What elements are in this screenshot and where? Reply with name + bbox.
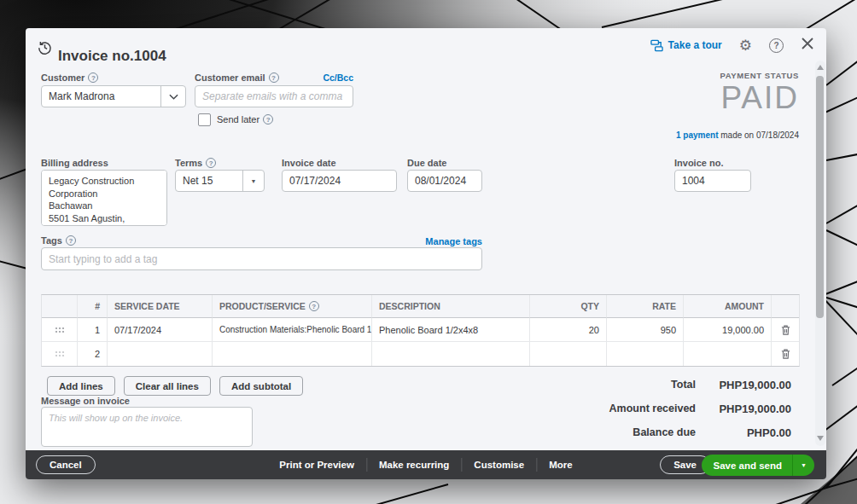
invoice-date-label: Invoice date [282,158,336,168]
customer-help-icon[interactable]: ? [88,72,98,83]
rate-cell[interactable]: 950 [607,318,684,342]
payment-status-label: PAYMENT STATUS [720,71,800,80]
qty-cell[interactable] [530,342,607,366]
save-and-send-button[interactable]: Save and send ▼ [702,455,814,476]
billing-address-label: Billing address [41,158,108,168]
make-recurring-button[interactable]: Make recurring [367,460,461,470]
amount-received-label: Amount received [535,403,696,414]
tags-input[interactable] [41,247,482,270]
amount-cell[interactable] [684,342,772,366]
more-button[interactable]: More [537,460,584,470]
terms-label: Terms? [175,158,216,168]
scrollbar-thumb[interactable] [816,76,824,318]
balance-due-value: PHP0.00 [696,426,791,439]
service-date-cell[interactable] [108,342,213,366]
help-icon[interactable]: ? [769,38,784,53]
tour-icon [650,39,663,52]
amount-cell[interactable]: 19,000.00 [684,318,772,342]
total-row: Total PHP19,000.00 [535,373,791,397]
take-a-tour-label: Take a tour [668,39,722,51]
message-on-invoice-input[interactable] [41,407,253,447]
amount-received-row: Amount received PHP19,000.00 [535,397,791,420]
due-date-input[interactable] [407,170,482,192]
gear-icon[interactable]: ⚙ [739,38,752,53]
terms-caret-icon[interactable]: ▼ [242,171,264,191]
customer-email-input[interactable] [195,85,353,107]
product-cell[interactable]: Construction Materials:Phenolic Board 1/… [213,318,372,342]
print-or-preview-button[interactable]: Print or Preview [267,460,366,470]
amount-received-value: PHP19,000.00 [696,403,791,415]
customer-select[interactable]: Mark Madrona [41,85,186,107]
description-cell[interactable] [372,342,530,366]
page-title: Invoice no.1004 [58,48,166,65]
invoice-no-input[interactable] [674,170,751,192]
scrollbar-down-arrow[interactable] [817,436,824,441]
clear-all-lines-button[interactable]: Clear all lines [124,376,211,396]
message-on-invoice-label: Message on invoice [41,396,130,406]
qty-cell[interactable]: 20 [530,318,607,342]
cancel-button[interactable]: Cancel [36,455,96,474]
service-date-cell[interactable]: 07/17/2024 [108,318,213,342]
cc-bcc-link[interactable]: Cc/Bcc [195,72,353,83]
line-items-table: # SERVICE DATE PRODUCT/SERVICE? DESCRIPT… [41,294,800,367]
rate-cell[interactable] [607,342,684,366]
total-label: Total [535,379,696,391]
line-actions: Add lines Clear all lines Add subtotal [47,376,303,396]
balance-due-label: Balance due [535,426,696,438]
close-icon[interactable] [801,37,814,54]
product-help-icon[interactable]: ? [309,301,319,311]
chevron-down-icon[interactable] [160,86,185,107]
balance-due-row: Balance due PHP0.00 [535,420,791,444]
recent-transactions-icon[interactable] [37,39,53,59]
description-cell[interactable]: Phenolic Board 1/2x4x8 [372,318,530,342]
terms-value: Net 15 [176,171,242,191]
payment-status: PAYMENT STATUS PAID [720,71,800,117]
customer-value: Mark Madrona [42,86,160,107]
col-header-description: DESCRIPTION [372,295,530,318]
row-drag-handle[interactable] [42,318,78,342]
row-number: 2 [78,342,108,366]
delete-row-icon[interactable] [772,342,799,366]
invoice-no-label: Invoice no. [674,158,723,168]
col-header-qty: QTY [530,295,607,318]
footer-bar: Cancel Print or Preview Make recurring C… [26,450,826,479]
col-header-service-date: SERVICE DATE [108,295,213,318]
totals: Total PHP19,000.00 Amount received PHP19… [535,373,791,444]
row-drag-handle[interactable] [42,342,78,366]
row-number: 1 [78,318,108,342]
payment-status-value: PAID [720,80,800,117]
screen: Invoice no.1004 Take a tour ⚙ ? Customer… [0,0,857,504]
col-header-num: # [78,295,108,318]
col-header-rate: RATE [607,295,684,318]
invoice-date-input[interactable] [282,170,397,192]
save-and-send-label: Save and send [702,455,793,476]
customise-button[interactable]: Customise [462,460,536,470]
send-later-label: Send later? [217,114,273,125]
col-header-amount: AMOUNT [684,295,772,318]
save-and-send-caret-icon[interactable]: ▼ [792,455,814,476]
due-date-label: Due date [407,158,446,168]
terms-select[interactable]: Net 15 ▼ [175,170,265,192]
payment-made-line: 1 payment made on 07/18/2024 [676,130,799,140]
send-later-checkbox[interactable] [198,113,211,126]
col-header-product: PRODUCT/SERVICE? [213,295,372,318]
col-header-drag [42,295,78,318]
delete-row-icon[interactable] [772,318,799,342]
footer-actions: Print or Preview Make recurring Customis… [267,450,584,479]
add-subtotal-button[interactable]: Add subtotal [219,376,303,396]
manage-tags-link[interactable]: Manage tags [41,236,482,246]
payment-link[interactable]: 1 payment [676,130,718,140]
scrollbar-up-arrow[interactable] [817,65,824,70]
invoice-window: Invoice no.1004 Take a tour ⚙ ? Customer… [26,28,826,479]
customer-label: Customer? [41,72,98,83]
total-value: PHP19,000.00 [696,379,791,391]
col-header-actions [772,295,799,318]
product-cell[interactable] [213,342,372,366]
billing-address-input[interactable]: Legacy Construction Corporation Bachawan… [41,170,167,226]
terms-help-icon[interactable]: ? [206,158,216,168]
send-later-help-icon[interactable]: ? [263,114,273,125]
take-a-tour-button[interactable]: Take a tour [650,39,722,52]
add-lines-button[interactable]: Add lines [47,376,115,396]
